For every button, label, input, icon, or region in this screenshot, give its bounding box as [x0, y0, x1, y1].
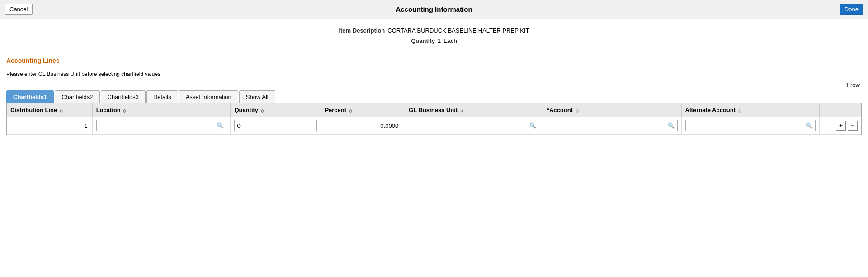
table-row: 1 🔍	[7, 117, 861, 135]
sort-icon-account: ◇	[576, 108, 579, 113]
item-description-value: CORTARA BURDUCK BASELINE HALTER PREP KIT	[387, 27, 529, 34]
col-header-alternate-account: Alternate Account ◇	[681, 103, 820, 117]
section-title: Accounting Lines	[6, 57, 862, 67]
sort-icon-location: ◇	[123, 108, 126, 113]
add-row-button[interactable]: +	[836, 121, 846, 131]
tab-chartfields2[interactable]: Chartfields2	[55, 90, 99, 103]
item-quantity-unit: Each	[443, 38, 457, 44]
quantity-input[interactable]	[234, 120, 317, 131]
col-header-percent: Percent ◇	[321, 103, 405, 117]
item-quantity-value: 1	[438, 38, 441, 44]
alternate-account-field-wrapper: 🔍	[685, 120, 816, 131]
remove-row-button[interactable]: −	[848, 121, 858, 131]
item-quantity-row: Quantity 1 Each	[0, 38, 868, 44]
account-input[interactable]	[549, 122, 667, 129]
accounting-table: Distribution Line ◇ Location ◇ Quantity …	[6, 103, 862, 135]
tab-show-all[interactable]: Show All	[239, 90, 275, 103]
tab-details[interactable]: Details	[146, 90, 178, 103]
col-header-quantity: Quantity ◇	[231, 103, 321, 117]
account-search-button[interactable]: 🔍	[667, 122, 675, 129]
alternate-account-search-button[interactable]: 🔍	[805, 122, 813, 129]
page-title: Accounting Information	[396, 5, 472, 13]
cell-account: 🔍	[543, 117, 681, 135]
glbu-field-wrapper: 🔍	[409, 120, 539, 131]
tab-chartfields3[interactable]: Chartfields3	[101, 90, 146, 103]
col-header-distribution-line: Distribution Line ◇	[7, 103, 92, 117]
tab-chartfields1[interactable]: Chartfields1	[6, 90, 54, 103]
cell-location: 🔍	[92, 117, 231, 135]
instruction-text: Please enter GL Business Unit before sel…	[6, 71, 862, 77]
sort-icon-glbu: ◇	[460, 108, 463, 113]
item-quantity-label: Quantity	[411, 38, 435, 44]
accounting-lines-section: Accounting Lines Please enter GL Busines…	[0, 52, 868, 135]
col-header-location: Location ◇	[92, 103, 231, 117]
sort-icon-altaccount: ◇	[738, 108, 741, 113]
tab-asset-information[interactable]: Asset Information	[179, 90, 238, 103]
cell-gl-business-unit: 🔍	[405, 117, 543, 135]
account-field-wrapper: 🔍	[547, 120, 678, 131]
cell-percent	[321, 117, 405, 135]
col-header-actions	[820, 103, 861, 117]
table-header-row: Distribution Line ◇ Location ◇ Quantity …	[7, 103, 861, 117]
page-header: Cancel Accounting Information Done	[0, 0, 868, 19]
item-info-section: Item Description CORTARA BURDUCK BASELIN…	[0, 19, 868, 52]
alternate-account-input[interactable]	[688, 122, 805, 129]
col-header-gl-business-unit: GL Business Unit ◇	[405, 103, 543, 117]
cell-distribution-line: 1	[7, 117, 92, 135]
sort-icon-percent: ◇	[349, 108, 352, 113]
glbu-search-button[interactable]: 🔍	[528, 122, 537, 129]
add-remove-buttons: + −	[823, 121, 858, 131]
row-count-bar: 1 row	[6, 82, 862, 90]
gl-business-unit-input[interactable]	[411, 122, 528, 129]
item-description-label: Item Description	[339, 27, 385, 34]
row-count: 1 row	[845, 82, 860, 89]
cell-quantity	[231, 117, 321, 135]
cell-row-actions: + −	[820, 117, 861, 135]
location-search-button[interactable]: 🔍	[216, 122, 224, 129]
percent-input[interactable]	[325, 120, 401, 131]
tab-bar: Chartfields1 Chartfields2 Chartfields3 D…	[6, 90, 862, 103]
sort-icon-distline: ◇	[60, 108, 63, 113]
location-field-wrapper: 🔍	[96, 120, 227, 131]
location-input[interactable]	[99, 122, 216, 129]
item-description-row: Item Description CORTARA BURDUCK BASELIN…	[0, 27, 868, 34]
sort-icon-quantity: ◇	[261, 108, 264, 113]
cell-alternate-account: 🔍	[681, 117, 820, 135]
done-button[interactable]: Done	[840, 4, 863, 15]
cancel-button[interactable]: Cancel	[5, 4, 33, 15]
col-header-account: *Account ◇	[543, 103, 681, 117]
